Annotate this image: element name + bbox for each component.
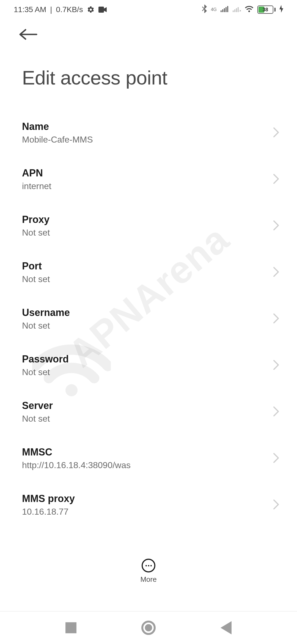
field-value: internet [22, 181, 273, 191]
wifi-icon [245, 5, 254, 14]
system-nav-bar [0, 611, 297, 644]
field-value: Not set [22, 414, 273, 424]
field-port[interactable]: Port Not set [0, 249, 297, 296]
nav-recents-button[interactable] [65, 622, 76, 633]
field-label: Password [22, 353, 273, 365]
field-mmsc[interactable]: MMSC http://10.16.18.4:38090/was [0, 435, 297, 482]
chevron-right-icon [273, 499, 279, 511]
chevron-right-icon [273, 127, 279, 139]
more-label: More [140, 575, 156, 584]
svg-rect-1 [98, 7, 104, 13]
field-value: Not set [22, 228, 273, 238]
svg-rect-2 [221, 10, 222, 12]
field-label: APN [22, 167, 273, 179]
field-value: http://10.16.18.4:38090/was [22, 460, 273, 470]
more-icon [142, 559, 155, 572]
signal-sim1-icon [221, 5, 229, 14]
chevron-right-icon [273, 406, 279, 418]
status-time: 11:35 AM [14, 5, 46, 14]
field-proxy[interactable]: Proxy Not set [0, 203, 297, 249]
chevron-right-icon [273, 359, 279, 372]
battery-percent: 38 [258, 7, 273, 13]
chevron-right-icon [273, 313, 279, 325]
field-label: MMSC [22, 446, 273, 458]
page-title: Edit access point [0, 45, 297, 110]
status-data-rate: 0.7KB/s [56, 5, 83, 14]
settings-list: Name Mobile-Cafe-MMS APN internet Proxy … [0, 110, 297, 528]
camera-icon [98, 7, 107, 13]
field-label: Name [22, 121, 273, 132]
chevron-right-icon [273, 173, 279, 185]
svg-rect-6 [227, 6, 228, 12]
svg-rect-3 [222, 9, 223, 12]
back-button[interactable] [19, 37, 38, 42]
more-button[interactable]: More [0, 556, 297, 585]
field-value: 10.16.18.77 [22, 507, 273, 517]
field-apn[interactable]: APN internet [0, 156, 297, 203]
chevron-right-icon [273, 266, 279, 279]
svg-text:×: × [239, 9, 241, 12]
field-value: Mobile-Cafe-MMS [22, 135, 273, 145]
field-mms-proxy[interactable]: MMS proxy 10.16.18.77 [0, 482, 297, 528]
svg-rect-10 [238, 7, 239, 12]
field-value: Not set [22, 321, 273, 331]
field-password[interactable]: Password Not set [0, 342, 297, 389]
chevron-right-icon [273, 452, 279, 465]
svg-rect-8 [234, 9, 235, 12]
field-username[interactable]: Username Not set [0, 296, 297, 342]
field-server[interactable]: Server Not set [0, 389, 297, 435]
field-value: Not set [22, 367, 273, 377]
svg-rect-4 [224, 8, 225, 12]
battery-indicator: 38 [257, 6, 276, 14]
status-separator: | [50, 5, 52, 14]
field-label: Username [22, 307, 273, 318]
charging-icon [279, 5, 283, 15]
gear-icon [87, 6, 95, 13]
field-label: MMS proxy [22, 493, 273, 504]
field-label: Port [22, 260, 273, 272]
signal-sim2-icon: × [233, 5, 241, 14]
chevron-right-icon [273, 220, 279, 232]
nav-back-button[interactable] [221, 621, 232, 634]
field-value: Not set [22, 274, 273, 284]
network-4g-label: 4G [211, 7, 217, 12]
status-bar: 11:35 AM | 0.7KB/s 4G × 38 [0, 0, 297, 19]
nav-home-button[interactable] [141, 621, 156, 635]
field-label: Proxy [22, 214, 273, 225]
svg-rect-7 [233, 10, 234, 12]
field-label: Server [22, 400, 273, 411]
svg-rect-9 [236, 8, 237, 12]
svg-point-12 [248, 10, 250, 12]
field-name[interactable]: Name Mobile-Cafe-MMS [0, 110, 297, 156]
bluetooth-icon [202, 5, 207, 15]
svg-rect-5 [226, 7, 227, 12]
